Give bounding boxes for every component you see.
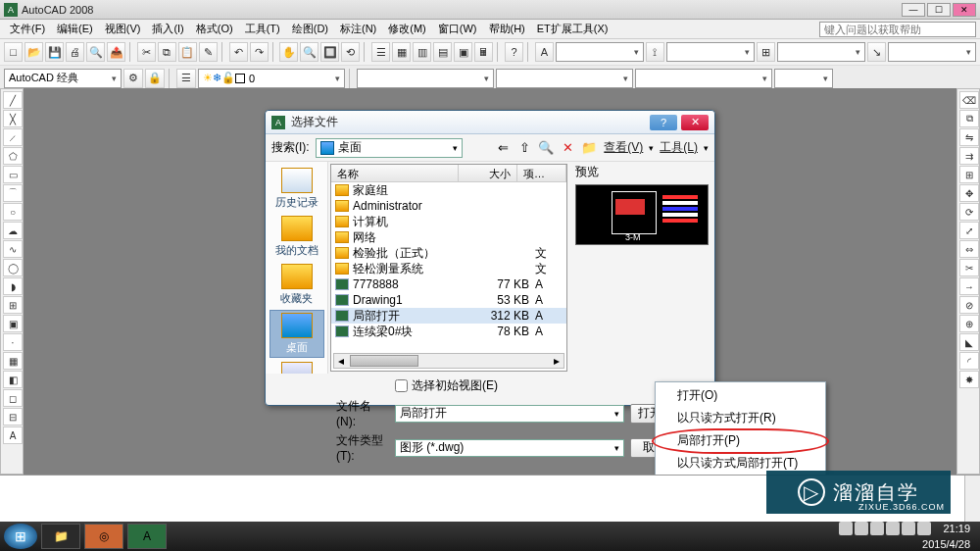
break-icon[interactable]: ⊘	[959, 296, 979, 314]
fillet-icon[interactable]: ◜	[959, 352, 979, 370]
gradient-icon[interactable]: ◧	[3, 371, 23, 388]
zoom-rt-icon[interactable]: 🔍	[300, 42, 318, 62]
mleader-icon[interactable]: ↘	[867, 42, 886, 62]
redo-icon[interactable]: ↷	[250, 42, 269, 62]
line-icon[interactable]: ╱	[3, 91, 23, 109]
place-buzzsaw[interactable]: Buzzsaw	[270, 360, 324, 374]
up-icon[interactable]: ⇧	[515, 139, 533, 157]
maximize-button[interactable]: ☐	[927, 3, 951, 17]
menu-view[interactable]: 视图(V)	[99, 22, 147, 36]
circle-icon[interactable]: ○	[3, 203, 23, 221]
xline-icon[interactable]: ╳	[3, 110, 23, 127]
menu-file[interactable]: 文件(F)	[4, 22, 51, 36]
minimize-button[interactable]: —	[902, 3, 925, 17]
region-icon[interactable]: ◻	[3, 389, 23, 407]
cut-icon[interactable]: ✂	[137, 42, 156, 62]
block-icon[interactable]: ▣	[3, 315, 23, 332]
publish-icon[interactable]: 📤	[107, 42, 125, 62]
scroll-thumb[interactable]	[350, 355, 418, 367]
rotate-icon[interactable]: ⟳	[959, 203, 979, 221]
workspace-combo[interactable]: AutoCAD 经典	[4, 69, 122, 88]
menu-draw[interactable]: 绘图(D)	[286, 22, 334, 36]
paste-icon[interactable]: 📋	[178, 42, 197, 62]
task-explorer[interactable]: 📁	[41, 524, 80, 549]
erase-icon[interactable]: ⌫	[959, 91, 979, 109]
lineweight-combo[interactable]	[635, 69, 772, 88]
view-menu[interactable]: 查看(V)	[602, 139, 645, 156]
insert-icon[interactable]: ⊞	[3, 296, 23, 314]
ws-lock-icon[interactable]: 🔒	[145, 69, 165, 88]
menu-help[interactable]: 帮助(H)	[483, 22, 531, 36]
menu-format[interactable]: 格式(O)	[190, 22, 239, 36]
stretch-icon[interactable]: ⇔	[959, 240, 979, 258]
help-search-input[interactable]	[819, 22, 976, 37]
textstyle-combo[interactable]	[556, 42, 644, 62]
mleader-combo[interactable]	[888, 42, 976, 62]
file-row[interactable]: Administrator	[331, 198, 566, 214]
file-list-hscroll[interactable]: ◂ ▸	[333, 353, 564, 369]
file-row[interactable]: 连续梁0#块78 KBA	[331, 324, 566, 339]
newfolder-icon[interactable]: 📁	[580, 139, 598, 157]
calc-icon[interactable]: 🖩	[474, 42, 493, 62]
print-icon[interactable]: 🖨	[66, 42, 84, 62]
menu-edit[interactable]: 编辑(E)	[51, 22, 99, 36]
copy-icon[interactable]: ⧉	[158, 42, 176, 62]
ellipsearc-icon[interactable]: ◗	[3, 277, 23, 295]
menu-open-readonly[interactable]: 以只读方式打开(R)	[658, 407, 823, 429]
menu-et-ext[interactable]: ET扩展工具(X)	[531, 22, 614, 36]
place-favorites[interactable]: 收藏夹	[270, 262, 324, 308]
spline-icon[interactable]: ∿	[3, 240, 23, 258]
file-row[interactable]: 网络	[331, 229, 566, 245]
open-icon[interactable]: 📂	[24, 42, 43, 62]
offset-icon[interactable]: ⇉	[959, 147, 979, 165]
arc-icon[interactable]: ⌒	[3, 184, 23, 202]
match-icon[interactable]: ✎	[199, 42, 218, 62]
delete-icon[interactable]: ✕	[559, 139, 576, 157]
zoom-win-icon[interactable]: 🔲	[320, 42, 339, 62]
col-type[interactable]: 项…	[517, 165, 566, 181]
dialog-titlebar[interactable]: A 选择文件 ? ✕	[266, 111, 714, 134]
undo-icon[interactable]: ↶	[229, 42, 248, 62]
menu-window[interactable]: 窗口(W)	[432, 22, 483, 36]
file-list-header[interactable]: 名称 大小 项…	[331, 165, 566, 182]
polygon-icon[interactable]: ⬠	[3, 147, 23, 165]
dc-icon[interactable]: ▦	[392, 42, 411, 62]
color-combo[interactable]	[357, 69, 494, 88]
location-combo[interactable]: 桌面	[316, 138, 463, 158]
menu-modify[interactable]: 修改(M)	[382, 22, 432, 36]
tablestyle-icon[interactable]: ⊞	[757, 42, 775, 62]
help-icon[interactable]: ?	[505, 42, 523, 62]
linetype-combo[interactable]	[496, 69, 633, 88]
task-autocad[interactable]: A	[127, 524, 167, 549]
search-icon[interactable]: 🔍	[537, 139, 555, 157]
col-size[interactable]: 大小	[459, 165, 517, 181]
dialog-close-button[interactable]: ✕	[681, 115, 709, 130]
menu-open[interactable]: 打开(O)	[658, 384, 823, 407]
menu-dimension[interactable]: 标注(N)	[334, 22, 382, 36]
init-view-checkbox[interactable]	[395, 379, 408, 392]
rect-icon[interactable]: ▭	[3, 166, 23, 183]
dimstyle-combo[interactable]	[666, 42, 755, 62]
start-button[interactable]: ⊞	[4, 524, 37, 549]
textstyle-icon[interactable]: A	[535, 42, 554, 62]
close-button[interactable]: ✕	[953, 3, 976, 17]
filetype-combo[interactable]: 图形 (*.dwg)	[395, 439, 624, 457]
tools-menu[interactable]: 工具(L)	[658, 139, 700, 156]
tp-icon[interactable]: ▥	[413, 42, 431, 62]
chamfer-icon[interactable]: ◣	[959, 333, 979, 351]
system-tray[interactable]: 21:19 2015/4/28	[838, 522, 976, 551]
filename-combo[interactable]: 局部打开	[395, 405, 624, 423]
tablestyle-combo[interactable]	[777, 42, 865, 62]
dialog-help-button[interactable]: ?	[650, 115, 677, 130]
ellipse-icon[interactable]: ◯	[3, 259, 23, 276]
place-history[interactable]: 历史记录	[270, 166, 324, 212]
col-name[interactable]: 名称	[331, 165, 459, 181]
plotstyle-combo[interactable]	[774, 69, 833, 88]
ssm-icon[interactable]: ▤	[433, 42, 452, 62]
place-mydocs[interactable]: 我的文档	[270, 214, 324, 260]
back-icon[interactable]: ⇐	[494, 139, 512, 157]
preview-icon[interactable]: 🔍	[86, 42, 105, 62]
join-icon[interactable]: ⊕	[959, 315, 979, 332]
trim-icon[interactable]: ✂	[959, 259, 979, 276]
zoom-prev-icon[interactable]: ⟲	[341, 42, 360, 62]
